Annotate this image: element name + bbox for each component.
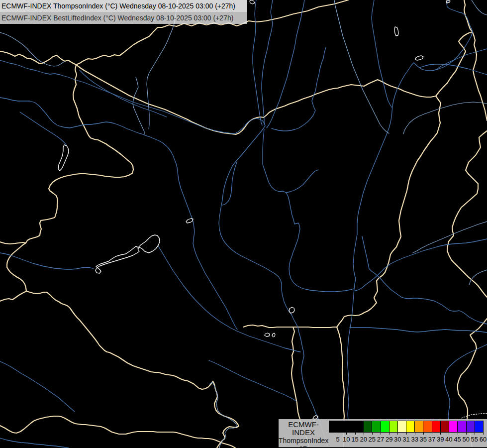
legend-tick-label: 55 xyxy=(471,436,478,443)
legend-swatch xyxy=(390,421,398,432)
lake-balaton xyxy=(96,235,160,273)
lake-small-4 xyxy=(313,416,318,419)
weather-map-view: ECMWF-INDEX ThompsonIndex (°C) Wednesday… xyxy=(0,0,487,448)
legend-swatch xyxy=(364,421,372,432)
river-maros-lower xyxy=(350,328,487,333)
legend-index-label: ThompsonIndex xyxy=(279,437,328,445)
legend-tick-label: 33 xyxy=(411,436,418,443)
title-bar-thompson-index: ECMWF-INDEX ThompsonIndex (°C) Wednesday… xyxy=(0,0,247,12)
river-koros xyxy=(355,239,487,291)
river-sio xyxy=(158,246,300,352)
border-slovenia xyxy=(0,291,26,301)
legend-tick-label: 20 xyxy=(360,436,367,443)
border-ukraine-east xyxy=(473,32,487,120)
title-text-best-lifted: ECMWF-INDEX BestLiftedIndex (°C) Wednesd… xyxy=(1,14,233,22)
lake-small-3 xyxy=(272,333,275,337)
legend-tick-label: 5 xyxy=(336,436,340,443)
legend-colorbar xyxy=(329,421,484,433)
legend-swatch xyxy=(423,421,432,432)
legend-swatch xyxy=(329,421,338,432)
lake-zemplin xyxy=(394,27,398,36)
river-raba xyxy=(0,98,237,330)
legend-tick-label: 29 xyxy=(386,436,392,443)
legend-swatch xyxy=(355,421,364,432)
legend-swatch xyxy=(415,421,423,432)
map-canvas xyxy=(0,0,487,448)
river-morava-west xyxy=(0,32,65,66)
border-drava-south xyxy=(0,416,235,448)
legend-tick-label: 39 xyxy=(437,436,444,443)
lake-neusiedl xyxy=(58,145,69,171)
river-danube-branch xyxy=(222,162,237,205)
legend-tick-label: 15 xyxy=(351,436,358,443)
river-sajo xyxy=(334,0,389,133)
river-hernad xyxy=(372,0,392,108)
border-romania-east xyxy=(337,96,441,327)
river-zagyva xyxy=(263,129,354,292)
legend-swatch xyxy=(338,421,346,432)
river-marcal xyxy=(133,77,144,134)
lake-small-2 xyxy=(265,333,270,336)
title-bar-best-lifted-index: ECMWF-INDEX BestLiftedIndex (°C) Wednesd… xyxy=(0,12,247,24)
legend-swatch xyxy=(467,421,475,432)
river-koros-north xyxy=(413,222,487,253)
river-zala xyxy=(0,253,94,269)
legend-swatch xyxy=(398,421,406,432)
legend-swatch xyxy=(346,421,355,432)
legend-tick-label: 27 xyxy=(377,436,384,443)
legend-swatch xyxy=(372,421,381,432)
legend-tick-label: 50 xyxy=(462,436,469,443)
lake-top-1 xyxy=(250,0,255,4)
legend-tick-label: 30 xyxy=(394,436,401,443)
river-ipoly xyxy=(272,47,326,131)
legend-meta: ECMWF-INDEX ThompsonIndex °C xyxy=(279,421,328,448)
legend-tick-label: 40 xyxy=(445,436,452,443)
legend-swatch xyxy=(406,421,415,432)
legend-swatch xyxy=(441,421,449,432)
legend-tick-label: 45 xyxy=(454,436,461,443)
legend-swatch xyxy=(381,421,389,432)
river-zagyva-east xyxy=(286,170,318,193)
legend-swatch xyxy=(432,421,441,432)
title-text-thompson: ECMWF-INDEX ThompsonIndex (°C) Wednesday… xyxy=(1,2,235,10)
lake-velence xyxy=(186,219,193,223)
legend-source-label: ECMWF-INDEX xyxy=(279,421,328,437)
border-hungary-croatia xyxy=(26,291,239,448)
legend-tick-label: 60 xyxy=(480,436,487,443)
river-south-center xyxy=(209,360,296,401)
legend-tick-label: 37 xyxy=(428,436,435,443)
river-maros xyxy=(362,236,487,324)
river-vah xyxy=(262,0,273,124)
legend-tick-label: 25 xyxy=(369,436,376,443)
lake-small-1 xyxy=(289,307,294,313)
river-szamos xyxy=(419,64,487,75)
legend-swatch xyxy=(449,421,458,432)
border-west-spur xyxy=(0,242,26,244)
border-ukraine-north xyxy=(464,0,473,32)
legend-unit-label: °C xyxy=(279,445,328,448)
legend-tick-label: 10 xyxy=(343,436,350,443)
lake-tisza xyxy=(415,56,423,60)
river-sava xyxy=(0,438,69,448)
river-ro-stream xyxy=(469,270,487,285)
river-leitha xyxy=(20,112,66,145)
river-vah-west xyxy=(253,0,262,125)
river-corner-ne xyxy=(472,0,487,15)
legend: ECMWF-INDEX ThompsonIndex °C 51015202527… xyxy=(279,419,487,448)
legend-swatch xyxy=(475,421,483,432)
river-mosoni-danube xyxy=(80,70,167,117)
legend-tick-label: 31 xyxy=(402,436,409,443)
border-south-horizontal xyxy=(243,325,337,328)
river-mura xyxy=(0,361,75,412)
legend-swatch xyxy=(458,421,466,432)
border-danube-slovakia xyxy=(76,65,436,134)
river-east xyxy=(403,102,487,134)
contour-dotted xyxy=(462,414,487,418)
legend-tick-label: 35 xyxy=(420,436,427,443)
